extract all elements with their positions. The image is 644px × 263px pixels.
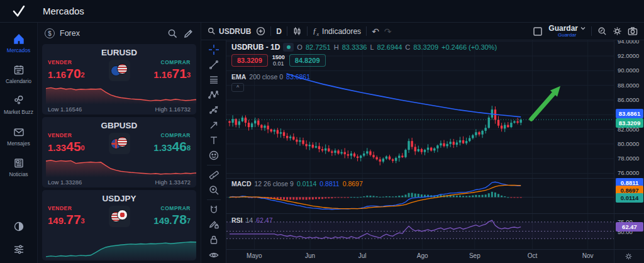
rsi-value: 62.47 <box>256 216 272 224</box>
trendline-icon <box>208 59 219 70</box>
undo-button[interactable]: ↶ <box>372 27 379 36</box>
watchlist-edit-button[interactable] <box>183 28 194 39</box>
order-widget: 83.3209 1500 0.01 84.8209 <box>231 54 326 67</box>
time-tick[interactable]: Oct <box>522 252 543 259</box>
save-button[interactable]: Guardar Guardar <box>548 25 586 38</box>
quick-search-icon <box>597 26 607 36</box>
axis-settings-button[interactable] <box>625 252 633 262</box>
ema-value: 83.6861 <box>286 73 310 81</box>
rsi-pane[interactable] <box>226 213 614 249</box>
day-high: High 1.16732 <box>155 106 191 113</box>
watchlist-card-eurusd[interactable]: EURUSD VENDER 1.16702 COMPRAR 1.16713 Lo… <box>42 44 196 115</box>
gear-icon <box>625 252 633 260</box>
lock-icon <box>208 234 219 245</box>
day-low: Low 1.16546 <box>48 106 82 113</box>
spread-bottom: 0.01 <box>273 60 284 67</box>
lock-tool[interactable] <box>205 233 223 247</box>
watchlist-card-gbpusd[interactable]: GBPUSD VENDER 1.33450 COMPRAR 1.33468 Lo… <box>42 117 196 187</box>
day-low: Low 1.33286 <box>48 179 82 186</box>
search-icon <box>167 28 178 39</box>
gear-icon <box>613 26 622 36</box>
add-symbol-button[interactable] <box>256 26 265 36</box>
ruler-tool[interactable] <box>205 168 223 182</box>
quick-search-button[interactable] <box>597 26 607 36</box>
eye-tool[interactable] <box>205 248 223 262</box>
theme-toggle[interactable] <box>1 215 37 238</box>
price-tick: 78.0000 <box>618 155 639 162</box>
plus-circle-icon <box>256 26 265 36</box>
market-status-button[interactable] <box>283 43 294 52</box>
time-tick[interactable]: Jul <box>352 252 373 259</box>
candles-icon <box>292 26 302 36</box>
projection-icon <box>208 104 219 116</box>
bubbles-icon <box>13 94 25 107</box>
text-tool[interactable] <box>205 133 223 147</box>
time-tick[interactable]: Mayo <box>243 252 265 259</box>
macd-legend[interactable]: MACD 12 26 close 9 0.0114 0.8811 0.8697 <box>231 180 363 187</box>
sidebar-item-market-buzz[interactable]: Market Buzz <box>1 89 37 120</box>
forecast-tool[interactable] <box>205 103 223 117</box>
sidebar-item-mensajes[interactable]: Mensajes <box>1 121 37 152</box>
time-tick[interactable]: Sep <box>464 252 486 259</box>
day-high: High 1.33472 <box>155 179 191 186</box>
sidebar-item-calendario[interactable]: Calendario <box>1 59 37 89</box>
price-tick: 86.0000 <box>618 96 639 103</box>
watchlist-card-usdjpy[interactable]: USDJPY VENDER 149.773 COMPRAR 149.787 <box>42 190 196 260</box>
pattern-tool[interactable] <box>205 88 223 102</box>
symbol-search-button[interactable]: USDRUB <box>208 27 251 36</box>
magnet-tool[interactable] <box>205 203 223 216</box>
settings-button[interactable] <box>613 26 622 36</box>
emoji-tool[interactable] <box>205 148 223 162</box>
trading-app: Mercados Mercados Calendario Market Buzz… <box>0 0 644 263</box>
sell-order-button[interactable]: 83.3209 <box>231 54 268 67</box>
chart-panes[interactable]: MayoJunJulAgoSepOctNov USDRUB - 1D O82.7… <box>226 40 614 263</box>
eye-icon <box>208 249 219 260</box>
sell-quote-button[interactable]: VENDER 1.16702 <box>48 59 85 82</box>
brand-logo[interactable] <box>0 4 38 18</box>
time-axis[interactable]: MayoJunJulAgoSepOctNov <box>226 249 614 263</box>
time-tick[interactable]: Nov <box>577 252 599 259</box>
pencil-lock-icon <box>208 219 219 230</box>
arrow-tool[interactable] <box>205 118 223 132</box>
chart-style-button[interactable] <box>292 26 302 36</box>
rsi-legend[interactable]: RSI 14 62.47 <box>231 216 272 224</box>
time-tick[interactable]: Ago <box>412 252 433 259</box>
symbol-flags <box>109 60 130 81</box>
rsi-badge: 62.47 <box>616 222 643 232</box>
sidebar-item-mercados[interactable]: Mercados <box>1 28 37 59</box>
sidebar-item-noticias[interactable]: Noticias <box>1 152 37 182</box>
news-icon <box>13 157 25 169</box>
redo-button[interactable]: ↷ <box>384 27 392 36</box>
price-tick: 88.0000 <box>618 82 639 89</box>
preferences-button[interactable] <box>1 238 37 263</box>
calendar-icon <box>13 64 25 76</box>
buy-quote-button[interactable]: COMPRAR 1.16713 <box>153 59 191 82</box>
sell-quote-button[interactable]: VENDER 149.773 <box>48 205 85 228</box>
buy-order-button[interactable]: 84.8209 <box>289 54 326 67</box>
fib-tool[interactable] <box>205 73 223 87</box>
snapshot-button[interactable] <box>628 26 638 36</box>
symbol-flags <box>109 206 130 227</box>
price-scale[interactable]: 83.6861 83.3209 0.8811 0.8697 0.0114 75.… <box>614 40 644 263</box>
us-flag-icon <box>117 137 128 147</box>
draw-lock-tool[interactable] <box>205 218 223 232</box>
trendline-tool[interactable] <box>205 58 223 72</box>
ema-legend[interactable]: EMA 200 close 0 83.6861 <box>231 73 310 81</box>
collapse-legend-button[interactable]: ^ <box>231 83 244 92</box>
legend-close: 83.3209 <box>413 43 438 51</box>
buy-quote-button[interactable]: COMPRAR 1.33468 <box>153 132 191 155</box>
time-tick[interactable]: Jun <box>299 252 321 259</box>
watchlist-search-button[interactable] <box>167 28 178 39</box>
zoom-tool[interactable] <box>205 183 223 197</box>
sliders-icon <box>13 243 25 255</box>
contrast-icon <box>13 220 25 233</box>
buy-quote-button[interactable]: COMPRAR 149.787 <box>153 205 191 228</box>
indicators-button[interactable]: ƒx Indicadores <box>313 26 361 37</box>
page-title: Mercados <box>38 6 84 16</box>
crosshair-tool[interactable] <box>205 43 223 57</box>
layout-button[interactable] <box>533 26 543 36</box>
interval-button[interactable]: D <box>276 27 282 36</box>
chart-legend[interactable]: USDRUB - 1D O82.7251 H83.3336 L82.6944 C… <box>231 43 497 52</box>
mini-sparkline <box>46 235 196 260</box>
sell-quote-button[interactable]: VENDER 1.33450 <box>48 132 85 155</box>
